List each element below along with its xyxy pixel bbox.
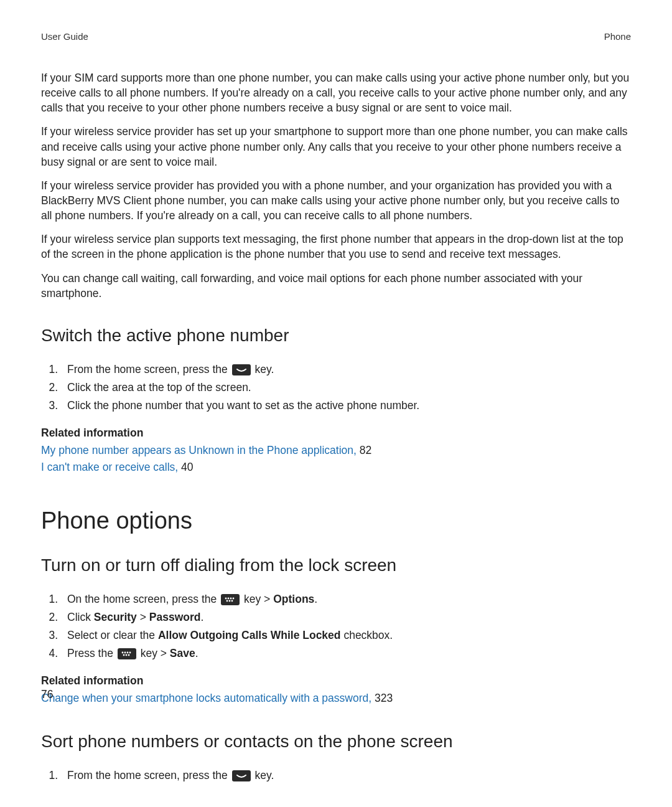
- svg-rect-0: [232, 364, 251, 375]
- body-paragraph: If your wireless service provider has pr…: [41, 178, 631, 223]
- steps-list: From the home screen, press the key. Cli…: [41, 361, 631, 415]
- related-link-line: I can't make or receive calls, 40: [41, 459, 631, 475]
- send-key-icon: [232, 364, 251, 375]
- svg-point-2: [225, 598, 227, 600]
- page-number: 76: [41, 688, 53, 701]
- menu-key-icon: [221, 594, 240, 605]
- step-item: Click Security > Password.: [61, 608, 631, 626]
- svg-rect-1: [221, 594, 240, 605]
- related-link[interactable]: Change when your smartphone locks automa…: [41, 692, 371, 704]
- section-heading: Sort phone numbers or contacts on the ph…: [41, 732, 631, 752]
- svg-point-14: [123, 654, 124, 656]
- related-link[interactable]: I can't make or receive calls,: [41, 461, 178, 473]
- svg-rect-17: [232, 770, 251, 781]
- svg-point-11: [124, 652, 126, 654]
- related-info-label: Related information: [41, 427, 631, 440]
- body-paragraph: If your wireless service provider has se…: [41, 124, 631, 169]
- section-heading: Turn on or turn off dialing from the loc…: [41, 555, 631, 575]
- section-heading: Switch the active phone number: [41, 326, 631, 346]
- svg-point-12: [126, 652, 128, 654]
- svg-rect-9: [118, 648, 136, 659]
- svg-point-4: [230, 598, 232, 600]
- step-item: Press the key > Save.: [61, 644, 631, 663]
- step-item: From the home screen, press the key.: [61, 767, 631, 785]
- step-item: Click the area at the top of the screen.: [61, 379, 631, 397]
- svg-point-8: [231, 600, 233, 602]
- svg-point-5: [233, 598, 235, 600]
- menu-key-icon: [118, 648, 136, 659]
- header-right: Phone: [604, 31, 631, 42]
- svg-point-15: [125, 654, 127, 656]
- header-left: User Guide: [41, 31, 88, 42]
- svg-point-6: [226, 600, 228, 602]
- related-link-line: Change when your smartphone locks automa…: [41, 690, 631, 706]
- page-header: User Guide Phone: [41, 31, 631, 42]
- step-item: Click the phone number that you want to …: [61, 397, 631, 415]
- body-paragraph: You can change call waiting, call forwar…: [41, 271, 631, 301]
- send-key-icon: [232, 770, 251, 781]
- svg-point-16: [128, 654, 129, 656]
- step-item: Select or clear the Allow Outgoing Calls…: [61, 626, 631, 644]
- svg-point-3: [228, 598, 230, 600]
- svg-point-13: [129, 652, 131, 654]
- body-paragraph: If your wireless service plan supports t…: [41, 232, 631, 262]
- steps-list: On the home screen, press the key > Opti…: [41, 590, 631, 663]
- related-info-label: Related information: [41, 674, 631, 687]
- step-item: On the home screen, press the key > Opti…: [61, 590, 631, 608]
- svg-point-7: [229, 600, 231, 602]
- related-link[interactable]: My phone number appears as Unknown in th…: [41, 444, 357, 456]
- body-paragraph: If your SIM card supports more than one …: [41, 70, 631, 115]
- chapter-heading: Phone options: [41, 507, 631, 534]
- related-link-line: My phone number appears as Unknown in th…: [41, 442, 631, 458]
- step-item: From the home screen, press the key.: [61, 361, 631, 379]
- steps-list: From the home screen, press the key.: [41, 767, 631, 785]
- svg-point-10: [121, 652, 123, 654]
